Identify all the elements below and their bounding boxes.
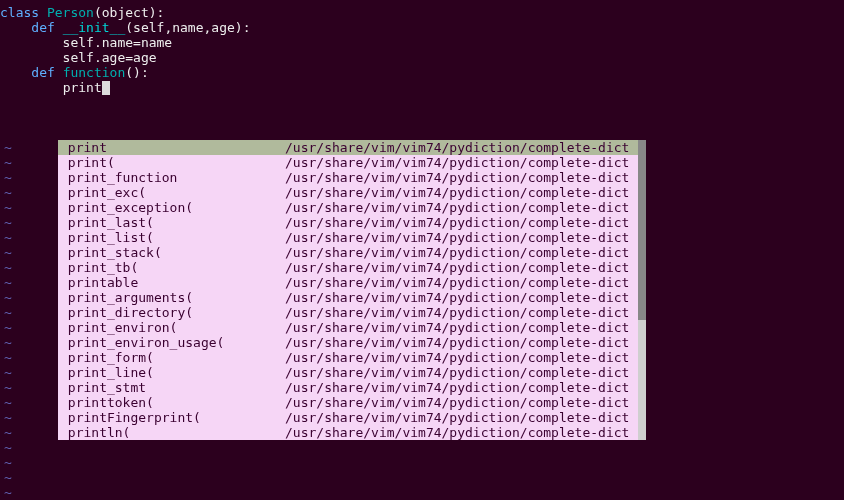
- completion-item[interactable]: print_tb(/usr/share/vim/vim74/pydiction/…: [58, 260, 638, 275]
- tilde-icon: ~: [4, 425, 12, 440]
- completion-source: /usr/share/vim/vim74/pydiction/complete-…: [285, 215, 634, 230]
- completion-label: print_line(: [60, 365, 285, 380]
- tilde-icon: ~: [4, 155, 12, 170]
- tilde-icon: ~: [4, 305, 12, 320]
- completion-item[interactable]: print_form(/usr/share/vim/vim74/pydictio…: [58, 350, 638, 365]
- completion-item[interactable]: print(/usr/share/vim/vim74/pydiction/com…: [58, 155, 638, 170]
- completion-source: /usr/share/vim/vim74/pydiction/complete-…: [285, 200, 634, 215]
- init-params: (self,name,age):: [125, 20, 250, 35]
- completion-source: /usr/share/vim/vim74/pydiction/complete-…: [285, 245, 634, 260]
- completion-item[interactable]: println(/usr/share/vim/vim74/pydiction/c…: [58, 425, 638, 440]
- completion-label: print_stmt: [60, 380, 285, 395]
- keyword-def: def: [0, 20, 63, 35]
- tilde-icon: ~: [4, 335, 12, 350]
- completion-source: /usr/share/vim/vim74/pydiction/complete-…: [285, 230, 634, 245]
- completion-source: /usr/share/vim/vim74/pydiction/complete-…: [285, 425, 634, 440]
- completion-item[interactable]: print_arguments(/usr/share/vim/vim74/pyd…: [58, 290, 638, 305]
- popup-scrollbar-thumb[interactable]: [638, 140, 646, 320]
- completion-label: print_directory(: [60, 305, 285, 320]
- tilde-icon: ~: [4, 290, 12, 305]
- function-params: ():: [125, 65, 148, 80]
- keyword-def: def: [0, 65, 63, 80]
- tilde-icon: ~: [4, 410, 12, 425]
- completion-item[interactable]: print/usr/share/vim/vim74/pydiction/comp…: [58, 140, 638, 155]
- tilde-icon: ~: [4, 380, 12, 395]
- tilde-icon: ~: [4, 230, 12, 245]
- completion-source: /usr/share/vim/vim74/pydiction/complete-…: [285, 260, 634, 275]
- completion-label: print_tb(: [60, 260, 285, 275]
- completion-source: /usr/share/vim/vim74/pydiction/complete-…: [285, 320, 634, 335]
- completion-label: print: [60, 140, 285, 155]
- tilde-icon: ~: [4, 260, 12, 275]
- typed-text: print: [63, 80, 102, 95]
- completion-label: printable: [60, 275, 285, 290]
- code-line-4: self.age=age: [0, 50, 844, 65]
- completion-item[interactable]: print_environ(/usr/share/vim/vim74/pydic…: [58, 320, 638, 335]
- completion-item[interactable]: printFingerprint(/usr/share/vim/vim74/py…: [58, 410, 638, 425]
- completion-label: print_form(: [60, 350, 285, 365]
- completion-label: print_function: [60, 170, 285, 185]
- completion-popup[interactable]: print/usr/share/vim/vim74/pydiction/comp…: [58, 140, 638, 440]
- completion-item[interactable]: print_stmt/usr/share/vim/vim74/pydiction…: [58, 380, 638, 395]
- completion-item[interactable]: print_list(/usr/share/vim/vim74/pydictio…: [58, 230, 638, 245]
- code-text: self.name=name: [0, 35, 172, 50]
- completion-label: printtoken(: [60, 395, 285, 410]
- method-name-function: function: [63, 65, 126, 80]
- code-line-1: class Person(object):: [0, 5, 844, 20]
- completion-item[interactable]: print_stack(/usr/share/vim/vim74/pydicti…: [58, 245, 638, 260]
- completion-label: print_stack(: [60, 245, 285, 260]
- tilde-icon: ~: [4, 365, 12, 380]
- completion-source: /usr/share/vim/vim74/pydiction/complete-…: [285, 290, 634, 305]
- tilde-icon: ~: [4, 455, 12, 470]
- keyword-class: class: [0, 5, 47, 20]
- completion-item[interactable]: print_last(/usr/share/vim/vim74/pydictio…: [58, 215, 638, 230]
- completion-source: /usr/share/vim/vim74/pydiction/complete-…: [285, 395, 634, 410]
- code-line-6: def function():: [0, 65, 844, 80]
- completion-item[interactable]: print_exc(/usr/share/vim/vim74/pydiction…: [58, 185, 638, 200]
- text-cursor: [102, 81, 110, 95]
- tilde-icon: ~: [4, 170, 12, 185]
- tilde-icon: ~: [4, 200, 12, 215]
- completion-source: /usr/share/vim/vim74/pydiction/complete-…: [285, 335, 634, 350]
- completion-label: print(: [60, 155, 285, 170]
- completion-item[interactable]: printable/usr/share/vim/vim74/pydiction/…: [58, 275, 638, 290]
- completion-item[interactable]: print_function/usr/share/vim/vim74/pydic…: [58, 170, 638, 185]
- completion-source: /usr/share/vim/vim74/pydiction/complete-…: [285, 365, 634, 380]
- completion-source: /usr/share/vim/vim74/pydiction/complete-…: [285, 305, 634, 320]
- method-name-init: __init__: [63, 20, 126, 35]
- class-name: Person: [47, 5, 94, 20]
- tilde-icon: ~: [4, 215, 12, 230]
- completion-source: /usr/share/vim/vim74/pydiction/complete-…: [285, 410, 634, 425]
- empty-line-tildes: ~~~~~~~~~~~~~~~~~~~~~~~~: [4, 140, 12, 500]
- code-line-2: def __init__(self,name,age):: [0, 20, 844, 35]
- vim-editor[interactable]: class Person(object): def __init__(self,…: [0, 0, 844, 500]
- tilde-icon: ~: [4, 275, 12, 290]
- completion-source: /usr/share/vim/vim74/pydiction/complete-…: [285, 170, 634, 185]
- tilde-icon: ~: [4, 485, 12, 500]
- code-line-3: self.name=name: [0, 35, 844, 50]
- class-params: (object):: [94, 5, 164, 20]
- code-text: self.age=age: [0, 50, 157, 65]
- completion-label: print_exception(: [60, 200, 285, 215]
- code-line-7: print: [0, 80, 844, 95]
- tilde-icon: ~: [4, 440, 12, 455]
- completion-item[interactable]: print_environ_usage(/usr/share/vim/vim74…: [58, 335, 638, 350]
- indent: [0, 80, 63, 95]
- completion-item[interactable]: print_directory(/usr/share/vim/vim74/pyd…: [58, 305, 638, 320]
- tilde-icon: ~: [4, 185, 12, 200]
- tilde-icon: ~: [4, 140, 12, 155]
- completion-label: println(: [60, 425, 285, 440]
- tilde-icon: ~: [4, 245, 12, 260]
- completion-source: /usr/share/vim/vim74/pydiction/complete-…: [285, 185, 634, 200]
- completion-item[interactable]: printtoken(/usr/share/vim/vim74/pydictio…: [58, 395, 638, 410]
- completion-label: print_environ(: [60, 320, 285, 335]
- completion-item[interactable]: print_exception(/usr/share/vim/vim74/pyd…: [58, 200, 638, 215]
- completion-item[interactable]: print_line(/usr/share/vim/vim74/pydictio…: [58, 365, 638, 380]
- completion-label: print_environ_usage(: [60, 335, 285, 350]
- tilde-icon: ~: [4, 320, 12, 335]
- completion-source: /usr/share/vim/vim74/pydiction/complete-…: [285, 155, 634, 170]
- completion-label: printFingerprint(: [60, 410, 285, 425]
- completion-label: print_arguments(: [60, 290, 285, 305]
- tilde-icon: ~: [4, 470, 12, 485]
- completion-source: /usr/share/vim/vim74/pydiction/complete-…: [285, 275, 634, 290]
